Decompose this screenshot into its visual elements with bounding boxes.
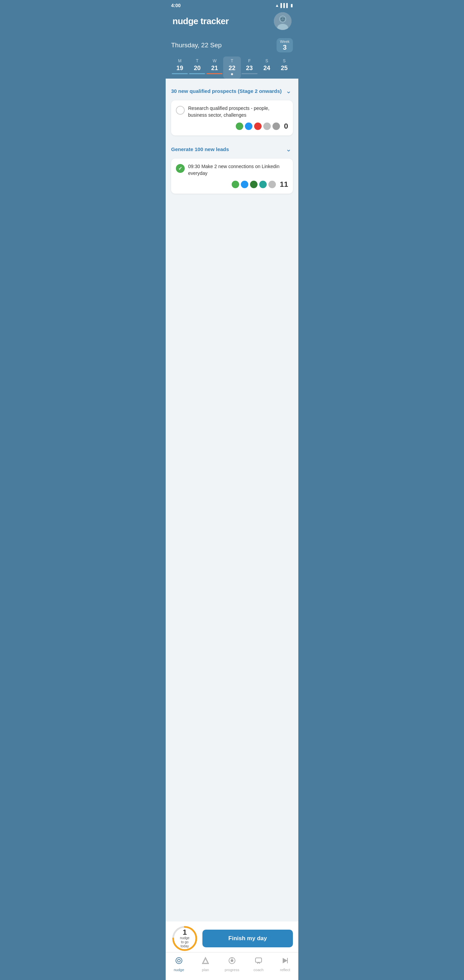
nudge-circle-text: 1 nudgeto go today: [178, 929, 192, 948]
dot-task2-1: [241, 181, 248, 188]
nav-item-plan[interactable]: plan: [192, 955, 219, 973]
nav-label-reflect: reflect: [280, 968, 290, 972]
task-card-task2: 09:30 Make 2 new connections on Linkedin…: [171, 159, 293, 194]
task-count-task2: 11: [280, 180, 288, 189]
svg-point-8: [176, 958, 182, 964]
calendar-day-22[interactable]: T22: [223, 56, 240, 79]
nav-item-coach[interactable]: coach: [245, 955, 272, 973]
finish-my-day-button[interactable]: Finish my day: [202, 930, 293, 947]
dot-task2-3: [259, 181, 267, 188]
dot-task1-4: [272, 123, 280, 130]
goal-title-goal1: 30 new qualified prospects (Stage 2 onwa…: [171, 88, 284, 94]
dot-task1-0: [236, 123, 243, 130]
task-checkbox-task1[interactable]: [176, 106, 185, 115]
week-badge: Week 3: [276, 38, 293, 52]
battery-icon: ▮: [291, 3, 293, 8]
svg-point-4: [281, 18, 282, 19]
dot-row-task1: [236, 123, 280, 130]
calendar-day-23[interactable]: F23: [241, 56, 258, 79]
dot-task2-2: [250, 181, 257, 188]
dot-row-task2: [232, 181, 276, 188]
nudge-count: 1: [178, 929, 192, 936]
calendar-day-25[interactable]: S25: [275, 56, 293, 79]
nav-icon-nudge: [175, 956, 183, 967]
task-text-task1: Research qualified prospects - people, b…: [188, 105, 288, 118]
svg-point-5: [284, 18, 285, 19]
task-card-task1: Research qualified prospects - people, b…: [171, 100, 293, 135]
app-title: nudge tracker: [172, 16, 229, 27]
dot-task2-0: [232, 181, 239, 188]
dot-task1-3: [263, 123, 271, 130]
wifi-icon: ▲: [275, 3, 279, 8]
nav-item-nudge[interactable]: nudge: [166, 955, 192, 973]
nudge-circle-wrap: 1 nudgeto go today: [171, 925, 198, 952]
header: nudge tracker: [166, 10, 298, 35]
goal-section-goal2: Generate 100 new leads⌄09:30 Make 2 new …: [171, 143, 293, 194]
status-bar: 4:00 ▲ ▌▌▌ ▮: [166, 0, 298, 10]
task-text-task2: 09:30 Make 2 new connections on Linkedin…: [188, 163, 288, 177]
nav-label-plan: plan: [202, 968, 209, 972]
bottom-nav: nudgeplanprogresscoachreflect: [166, 952, 298, 980]
nav-icon-plan: [202, 956, 210, 967]
nav-item-progress[interactable]: progress: [219, 955, 245, 973]
avatar[interactable]: [274, 12, 292, 30]
dot-task1-1: [245, 123, 253, 130]
signal-icon: ▌▌▌: [280, 3, 289, 8]
nav-item-reflect[interactable]: reflect: [272, 955, 298, 973]
nav-icon-progress: [228, 956, 236, 967]
goal-expand-goal2[interactable]: ⌄: [284, 143, 293, 154]
dot-task1-2: [254, 123, 262, 130]
svg-marker-10: [202, 958, 208, 964]
status-time: 4:00: [171, 3, 181, 8]
nav-icon-reflect: [281, 956, 289, 967]
task-count-task1: 0: [284, 122, 288, 130]
status-icons: ▲ ▌▌▌ ▮: [275, 3, 293, 8]
bottom-section: 1 nudgeto go today Finish my day nudgepl…: [166, 921, 298, 980]
week-label: Week: [280, 40, 289, 43]
nav-icon-coach: [254, 956, 262, 967]
nav-label-progress: progress: [225, 968, 240, 972]
goal-expand-goal1[interactable]: ⌄: [284, 86, 293, 96]
goal-title-goal2: Generate 100 new leads: [171, 146, 284, 152]
goal-section-goal1: 30 new qualified prospects (Stage 2 onwa…: [171, 86, 293, 135]
nudge-label: nudgeto go today: [178, 936, 192, 948]
avatar-svg: [274, 12, 292, 30]
svg-point-9: [178, 959, 180, 962]
svg-marker-16: [283, 958, 288, 963]
nav-label-coach: coach: [253, 968, 263, 972]
date-nav: Thursday, 22 Sep Week 3 M19T20W21T22F23S…: [166, 35, 298, 79]
goal-header-goal2: Generate 100 new leads⌄: [171, 143, 293, 154]
calendar-row: M19T20W21T22F23S24S25: [171, 56, 293, 79]
calendar-day-19[interactable]: M19: [171, 56, 189, 79]
current-date: Thursday, 22 Sep: [171, 41, 222, 49]
dot-task2-4: [269, 181, 276, 188]
calendar-day-20[interactable]: T20: [189, 56, 206, 79]
date-header: Thursday, 22 Sep Week 3: [171, 35, 293, 56]
calendar-day-24[interactable]: S24: [258, 56, 275, 79]
main-content: 30 new qualified prospects (Stage 2 onwa…: [166, 79, 298, 980]
week-number: 3: [280, 43, 289, 51]
svg-rect-15: [256, 958, 262, 962]
nav-label-nudge: nudge: [174, 968, 184, 972]
calendar-day-21[interactable]: W21: [206, 56, 223, 79]
avatar-image: [274, 12, 292, 30]
nudge-bar: 1 nudgeto go today Finish my day: [166, 921, 298, 952]
svg-point-13: [230, 959, 234, 962]
task-checkbox-task2[interactable]: [176, 164, 185, 173]
goal-header-goal1: 30 new qualified prospects (Stage 2 onwa…: [171, 86, 293, 96]
